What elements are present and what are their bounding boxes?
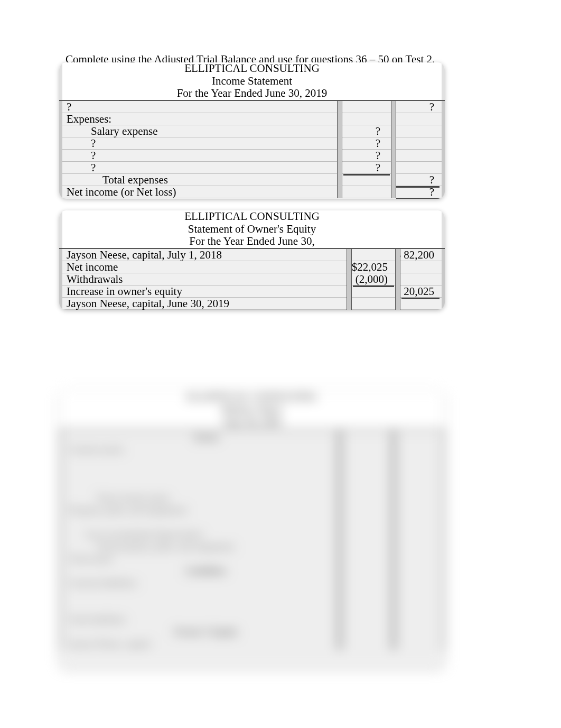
statement-period: June 30, 2019 [223,417,281,428]
table-row [59,480,445,492]
table-row: Liabilities [59,565,445,577]
table-row [59,589,445,602]
table-row: Total property, plant, and equipment [59,541,445,553]
row-label: Withdrawals [59,273,343,286]
row-label: Total expenses [59,173,334,187]
table-row: Increase in owner's equity 20,025 [59,285,445,298]
table-row: Total current assets [59,492,445,504]
table-row: Jayson Neese, capital [59,638,445,650]
row-label: ? [59,100,334,114]
company-name: ELLIPTICAL CONSULTING [64,62,440,75]
row-label: ? [59,137,334,150]
table-row: Total expenses ? [59,174,445,186]
row-label: Salary expense [59,125,334,138]
income-rows: ? ? Expenses: Salary expense ? ? ? ? ? ?… [59,101,445,198]
equity-rows: Jayson Neese, capital, July 1, 2018 $ 82… [59,249,445,310]
table-row: ? ? [59,162,445,174]
table-row [59,468,445,480]
balance-rows: Assets Current assets: Total current ass… [59,430,445,650]
row-label: Net income (or Net loss) [59,186,334,199]
table-row: Total assets [59,553,445,565]
table-row: Net income (or Net loss) ? [59,186,445,198]
row-label: ? [59,161,334,174]
row-label: Expenses: [59,113,334,126]
table-row: Assets [59,431,445,444]
table-row [59,517,445,529]
table-row: Expenses: [59,113,445,125]
table-row: ? ? [59,101,445,113]
balance-header: ELLIPTICAL CONSULTING Balance Sheet June… [59,390,445,430]
statement-period: For the Year Ended June 30, [64,235,440,248]
table-row: Jayson Neese, capital, June 30, 2019 [59,298,445,310]
table-row: Withdrawals (2,000) [59,273,445,285]
table-row [59,602,445,614]
income-header: ELLIPTICAL CONSULTING Income Statement F… [59,62,445,101]
table-row: Current assets: [59,444,445,456]
row-label: ? [59,149,334,162]
company-name: ELLIPTICAL CONSULTING [64,210,440,223]
table-row: ? ? [59,150,445,162]
statement-title: Statement of Owner's Equity [64,223,440,236]
owners-equity-statement: ELLIPTICAL CONSULTING Statement of Owner… [59,210,445,310]
statement-title: Income Statement [64,75,440,88]
row-label: Net income [59,261,343,274]
row-label: Jayson Neese, capital, June 30, 2019 [59,297,343,310]
table-row: Owner's Equity [59,626,445,638]
statement-period: For the Year Ended June 30, 2019 [64,87,440,100]
row-label: Increase in owner's equity [59,285,343,298]
table-row: Property, plant, and equipment: [59,504,445,517]
row-label: Jayson Neese, capital, July 1, 2018 [59,248,343,262]
income-statement: ELLIPTICAL CONSULTING Income Statement F… [59,62,445,199]
table-row: Salary expense ? [59,125,445,137]
equity-header: ELLIPTICAL CONSULTING Statement of Owner… [59,210,445,249]
table-row: ? ? [59,137,445,150]
balance-sheet-blurred: ELLIPTICAL CONSULTING Balance Sheet June… [59,390,445,668]
table-row: Total liabilities [59,614,445,626]
table-row: Net income $22,025 [59,261,445,273]
table-row [59,456,445,468]
company-name: ELLIPTICAL CONSULTING [187,391,317,403]
table-row: Less accumulated depreciation [59,529,445,541]
table-row: Current liabilities: [59,577,445,589]
table-row: Jayson Neese, capital, July 1, 2018 $ 82… [59,249,445,261]
statement-title: Balance Sheet [222,404,282,416]
